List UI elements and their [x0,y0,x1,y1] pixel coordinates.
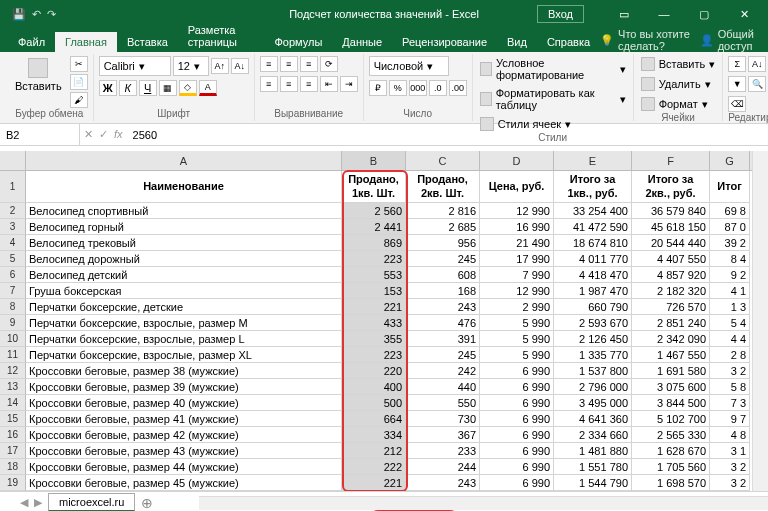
col-head-A[interactable]: A [26,151,342,170]
cell[interactable]: 5 8 [710,379,750,395]
cut-icon[interactable]: ✂ [70,56,88,72]
copy-icon[interactable]: 📄 [70,74,88,90]
cell[interactable]: 223 [342,251,406,267]
sheet-nav-next-icon[interactable]: ▶ [34,496,42,509]
cell[interactable]: 334 [342,427,406,443]
underline-icon[interactable]: Ч [139,80,157,96]
cell[interactable]: 222 [342,459,406,475]
row-head[interactable]: 12 [0,363,26,379]
cell[interactable]: 4 8 [710,427,750,443]
percent-icon[interactable]: % [389,80,407,96]
cell[interactable]: 367 [406,427,480,443]
row-head[interactable]: 19 [0,475,26,491]
align-bot-icon[interactable]: ≡ [300,56,318,72]
fill-color-icon[interactable]: ◇ [179,80,197,96]
cell[interactable]: 2 593 670 [554,315,632,331]
cell[interactable]: 869 [342,235,406,251]
select-all[interactable] [0,151,26,171]
cell[interactable]: 5 990 [480,315,554,331]
ribbon-tab-3[interactable]: Разметка страницы [178,20,265,52]
cell[interactable]: 2 796 000 [554,379,632,395]
cell[interactable]: 1 698 570 [632,475,710,491]
cond-format[interactable]: Условное форматирование▾ [478,56,628,82]
cell[interactable]: 1 544 790 [554,475,632,491]
cell[interactable]: 6 990 [480,395,554,411]
row-head[interactable]: 4 [0,235,26,251]
orientation-icon[interactable]: ⟳ [320,56,338,72]
cell[interactable]: Велосипед трековый [26,235,342,251]
cell[interactable]: 664 [342,411,406,427]
cell[interactable]: 4 418 470 [554,267,632,283]
cell[interactable]: 18 674 810 [554,235,632,251]
scroll-h[interactable] [199,496,768,510]
cell[interactable]: 17 990 [480,251,554,267]
tellme[interactable]: 💡 Что вы хотите сделать? [600,28,692,52]
cell[interactable]: 221 [342,475,406,491]
row-head[interactable]: 5 [0,251,26,267]
col-head-F[interactable]: F [632,151,710,170]
dec-dec-icon[interactable]: .00 [449,80,467,96]
cell[interactable]: Кроссовки беговые, размер 38 (мужские) [26,363,342,379]
name-box[interactable]: B2 [0,124,80,145]
cell[interactable]: 45 618 150 [632,219,710,235]
ribbon-tab-1[interactable]: Главная [55,32,117,52]
cell[interactable]: 440 [406,379,480,395]
cell[interactable]: 6 990 [480,443,554,459]
cell[interactable]: Итог [710,171,750,203]
row-head[interactable]: 8 [0,299,26,315]
cell[interactable]: 2 334 660 [554,427,632,443]
cell[interactable]: 2 182 320 [632,283,710,299]
row-head[interactable]: 2 [0,203,26,219]
font-size[interactable]: 12▾ [173,56,209,76]
grid[interactable]: ABCDEFG 1НаименованиеПродано, 1кв. Шт.Пр… [0,151,768,491]
cell[interactable]: 550 [406,395,480,411]
row-head[interactable]: 7 [0,283,26,299]
cell[interactable]: 1 705 560 [632,459,710,475]
cell[interactable]: 36 579 840 [632,203,710,219]
cell[interactable]: 553 [342,267,406,283]
cell[interactable]: 355 [342,331,406,347]
row-head[interactable]: 1 [0,171,26,203]
ribbon-tab-6[interactable]: Рецензирование [392,32,497,52]
ribbon-tab-8[interactable]: Справка [537,32,600,52]
cell[interactable]: 41 472 590 [554,219,632,235]
cell[interactable]: 223 [342,347,406,363]
cell[interactable]: Велосипед детский [26,267,342,283]
cell[interactable]: Велосипед горный [26,219,342,235]
cell[interactable]: 245 [406,347,480,363]
scroll-v[interactable] [752,151,768,491]
cell[interactable]: 4 1 [710,283,750,299]
col-head-C[interactable]: C [406,151,480,170]
cell[interactable]: 6 990 [480,411,554,427]
cell[interactable]: 16 990 [480,219,554,235]
undo-icon[interactable]: ↶ [32,8,41,21]
cell[interactable]: 220 [342,363,406,379]
col-head-B[interactable]: B [342,151,406,170]
cell[interactable]: 2 126 450 [554,331,632,347]
cell[interactable]: 1 987 470 [554,283,632,299]
cell[interactable]: 168 [406,283,480,299]
cell[interactable]: 726 570 [632,299,710,315]
minimize-icon[interactable]: — [644,0,684,28]
row-head[interactable]: 13 [0,379,26,395]
cell[interactable]: Продано, 1кв. Шт. [342,171,406,203]
align-center-icon[interactable]: ≡ [280,76,298,92]
sheet-nav-prev-icon[interactable]: ◀ [20,496,28,509]
cell[interactable]: Кроссовки беговые, размер 45 (мужские) [26,475,342,491]
cell[interactable]: 2 565 330 [632,427,710,443]
format-painter-icon[interactable]: 🖌 [70,92,88,108]
cell[interactable]: 2 685 [406,219,480,235]
cell[interactable]: 3 844 500 [632,395,710,411]
cell[interactable]: 6 990 [480,363,554,379]
cell[interactable]: 221 [342,299,406,315]
cell[interactable]: 233 [406,443,480,459]
cell[interactable]: 1 551 780 [554,459,632,475]
currency-icon[interactable]: ₽ [369,80,387,96]
cell[interactable]: 956 [406,235,480,251]
row-head[interactable]: 3 [0,219,26,235]
ribbon-options-icon[interactable]: ▭ [604,0,644,28]
cell[interactable]: 3 2 [710,363,750,379]
maximize-icon[interactable]: ▢ [684,0,724,28]
cell-styles[interactable]: Стили ячеек▾ [478,116,573,132]
formula-input[interactable]: 2560 [127,129,768,141]
